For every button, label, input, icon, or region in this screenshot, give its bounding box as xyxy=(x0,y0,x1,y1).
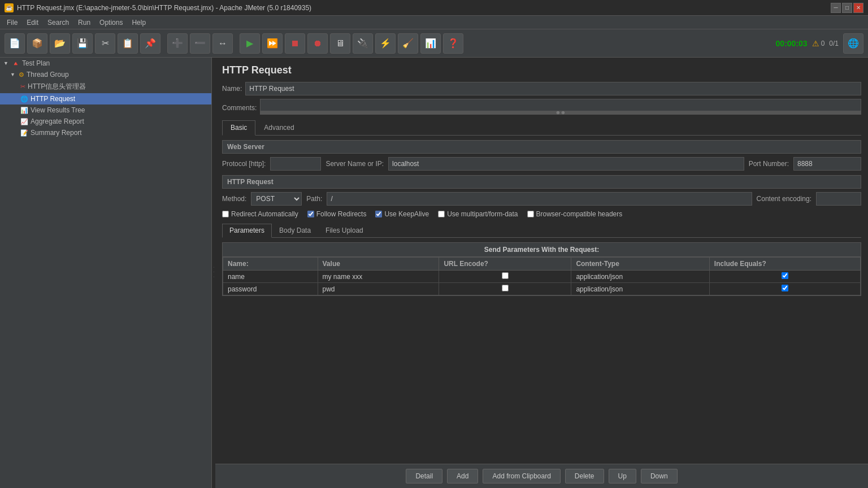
tab-basic[interactable]: Basic xyxy=(222,120,255,136)
name-row: Name: xyxy=(222,82,861,95)
row1-value: my name xxx xyxy=(318,271,439,283)
start-button[interactable]: ▶ xyxy=(240,33,260,54)
delete-button[interactable]: Delete xyxy=(565,469,604,483)
copy-button[interactable]: 📋 xyxy=(118,33,138,54)
warning-icon: ⚠ xyxy=(812,39,819,48)
tree-item-header-manager[interactable]: ✂ HTTP信息头管理器 xyxy=(0,80,211,93)
server-label: Server Name or IP: xyxy=(326,160,384,168)
resize-indicator: ⊕ ⊕ xyxy=(556,110,565,115)
port-input[interactable] xyxy=(793,157,861,171)
ratio-display: 0/1 xyxy=(829,40,839,47)
test-plan-icon: 🔺 xyxy=(12,60,20,67)
keep-alive-checkbox[interactable] xyxy=(375,211,382,217)
content-wrapper: HTTP Request Name: Comments: ⊕ ⊕ xyxy=(215,58,868,488)
col-value: Value xyxy=(318,258,439,271)
menu-file[interactable]: File xyxy=(2,18,22,28)
multipart-checkbox[interactable] xyxy=(438,211,445,217)
inner-tab-body-data[interactable]: Body Data xyxy=(272,224,318,237)
minimize-button[interactable]: ─ xyxy=(831,3,841,13)
down-button[interactable]: Down xyxy=(641,469,678,483)
comments-area[interactable]: ⊕ ⊕ xyxy=(260,99,861,115)
inner-tab-files-upload[interactable]: Files Upload xyxy=(318,224,371,237)
save-button[interactable]: 💾 xyxy=(72,33,93,54)
paste-button[interactable]: 📌 xyxy=(140,33,160,54)
tree-item-http-request[interactable]: 🌐 HTTP Request xyxy=(0,93,211,104)
remote-stop-button[interactable]: 🔌 xyxy=(353,33,373,54)
tree-label-http-request: HTTP Request xyxy=(31,95,75,103)
path-label: Path: xyxy=(306,195,322,203)
method-path-row: Method: POST GET PUT DELETE Path: Conten… xyxy=(222,192,861,206)
encoding-input[interactable] xyxy=(816,192,861,206)
stop-button[interactable]: ⏹ xyxy=(285,33,305,54)
http-request-header: HTTP Request xyxy=(222,175,861,189)
toolbar-right: 00:00:03 ⚠ 0 0/1 🌐 xyxy=(776,33,863,54)
help-button[interactable]: ❓ xyxy=(443,33,463,54)
method-label: Method: xyxy=(222,195,246,203)
remove-button[interactable]: ➖ xyxy=(190,33,210,54)
open-button[interactable]: 📂 xyxy=(50,33,70,54)
shutdown-button[interactable]: ⏺ xyxy=(307,33,328,54)
function-helper-button[interactable]: 📊 xyxy=(420,33,441,54)
sidebar: ▼ 🔺 Test Plan ▼ ⚙ Thread Group ✂ HTTP信息头… xyxy=(0,58,212,488)
window-controls: ─ □ ✕ xyxy=(831,3,863,13)
cut-button[interactable]: ✂ xyxy=(95,33,115,54)
menu-search[interactable]: Search xyxy=(43,18,73,28)
remote-panel-button[interactable]: 🌐 xyxy=(843,33,863,54)
params-table: Name: Value URL Encode? Content-Type Inc… xyxy=(223,257,861,295)
params-section: Send Parameters With the Request: Name: … xyxy=(222,242,861,296)
tree-item-aggregate-report[interactable]: 📈 Aggregate Report xyxy=(0,116,211,127)
add-param-button[interactable]: Add xyxy=(447,469,478,483)
redirect-auto-checkbox[interactable] xyxy=(222,211,229,217)
main-layout: ▼ 🔺 Test Plan ▼ ⚙ Thread Group ✂ HTTP信息头… xyxy=(0,58,868,488)
method-select[interactable]: POST GET PUT DELETE xyxy=(251,192,302,206)
app-icon: ☕ xyxy=(5,3,14,12)
remote-shutdown-button[interactable]: ⚡ xyxy=(375,33,396,54)
row1-include-equals-check[interactable] xyxy=(782,272,788,279)
detail-button[interactable]: Detail xyxy=(406,469,442,483)
comments-resize-handle[interactable]: ⊕ ⊕ xyxy=(261,111,861,114)
table-row: name my name xxx application/json xyxy=(223,271,861,283)
row2-content-type: application/json xyxy=(571,283,709,295)
col-name: Name: xyxy=(223,258,318,271)
menu-edit[interactable]: Edit xyxy=(22,18,43,28)
new-button[interactable]: 📄 xyxy=(5,33,25,54)
close-button[interactable]: ✕ xyxy=(853,3,863,13)
panel-title: HTTP Request xyxy=(222,64,861,76)
server-input[interactable] xyxy=(388,157,744,171)
browser-compat-checkbox[interactable] xyxy=(527,211,534,217)
inner-tab-parameters[interactable]: Parameters xyxy=(222,224,272,238)
row1-name: name xyxy=(223,271,318,283)
tree-item-test-plan[interactable]: ▼ 🔺 Test Plan xyxy=(0,58,211,69)
menu-help[interactable]: Help xyxy=(127,18,150,28)
name-input[interactable] xyxy=(245,82,861,95)
row2-url-encode-check[interactable] xyxy=(502,285,509,291)
template-button[interactable]: 📦 xyxy=(27,33,47,54)
menu-run[interactable]: Run xyxy=(73,18,95,28)
clear-button[interactable]: 🧹 xyxy=(398,33,418,54)
menu-options[interactable]: Options xyxy=(95,18,127,28)
up-button[interactable]: Up xyxy=(609,469,636,483)
tree-item-view-results[interactable]: 📊 View Results Tree xyxy=(0,104,211,116)
tree-label-thread-group: Thread Group xyxy=(27,71,69,79)
path-input[interactable] xyxy=(327,192,752,206)
header-manager-icon: ✂ xyxy=(20,83,25,90)
expand-button[interactable]: ↔ xyxy=(212,33,233,54)
col-url-encode: URL Encode? xyxy=(439,258,571,271)
row1-url-encode-check[interactable] xyxy=(502,272,509,279)
tree-label-summary: Summary Report xyxy=(31,129,82,137)
row2-include-equals-check[interactable] xyxy=(782,285,788,291)
start-no-pauses-button[interactable]: ⏩ xyxy=(262,33,283,54)
server-row: Protocol [http]: Server Name or IP: Port… xyxy=(222,157,861,171)
maximize-button[interactable]: □ xyxy=(842,3,852,13)
follow-redirects-checkbox[interactable] xyxy=(307,211,314,217)
tree-label-test-plan: Test Plan xyxy=(22,59,50,67)
protocol-input[interactable] xyxy=(270,157,321,171)
remote-start-button[interactable]: 🖥 xyxy=(330,33,350,54)
add-button[interactable]: ➕ xyxy=(167,33,188,54)
tree-item-thread-group[interactable]: ▼ ⚙ Thread Group xyxy=(0,69,211,80)
tab-advanced[interactable]: Advanced xyxy=(255,120,302,135)
checkbox-browser-compat: Browser-compatible headers xyxy=(527,210,623,218)
checkbox-follow-redirects: Follow Redirects xyxy=(307,210,367,218)
add-clipboard-button[interactable]: Add from Clipboard xyxy=(483,469,560,483)
tree-item-summary-report[interactable]: 📝 Summary Report xyxy=(0,127,211,138)
